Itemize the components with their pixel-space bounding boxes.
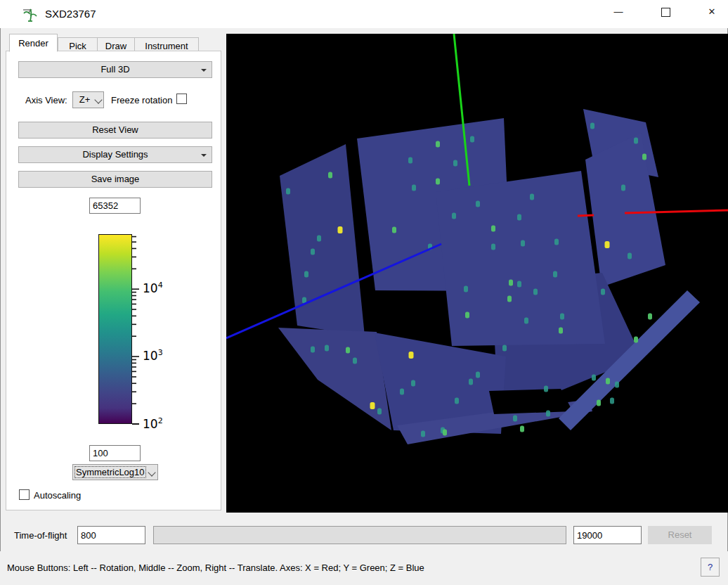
instrument-view-window: { "window": { "title": "SXD23767", "mini… — [0, 0, 728, 585]
tof-reset-label: Reset — [668, 529, 692, 540]
freeze-rotation-checkbox[interactable] — [176, 94, 187, 104]
save-image-label: Save image — [91, 174, 140, 184]
reset-view-button[interactable]: Reset View — [18, 122, 212, 139]
tab-render-label: Render — [18, 38, 48, 49]
tof-slider[interactable] — [153, 526, 566, 544]
colorbar-min-input[interactable] — [89, 445, 141, 461]
colorbar-label-1e2: 102 — [143, 416, 163, 431]
scale-type-value: SymmetricLog10 — [75, 467, 145, 477]
chevron-down-icon — [201, 154, 207, 160]
tab-draw-label: Draw — [105, 41, 126, 51]
colorbar[interactable] — [98, 234, 132, 424]
close-icon: ✕ — [708, 6, 716, 17]
scale-type-select[interactable]: SymmetricLog10 — [72, 464, 158, 480]
display-settings-label: Display Settings — [82, 149, 148, 160]
close-button[interactable]: ✕ — [696, 0, 728, 24]
status-bar: Mouse Buttons: Left -- Rotation, Middle … — [0, 551, 728, 585]
save-image-button[interactable]: Save image — [18, 171, 212, 188]
instrument-3d-scene — [226, 34, 728, 513]
tof-max-input[interactable] — [573, 526, 642, 544]
tof-label: Time-of-flight — [14, 530, 67, 541]
chevron-down-icon — [201, 69, 207, 75]
maximize-button[interactable] — [649, 0, 682, 24]
mantid-logo-icon — [22, 6, 39, 23]
window-title: SXD23767 — [45, 8, 96, 20]
colorbar-max-input[interactable] — [89, 198, 141, 214]
tab-draw[interactable]: Draw — [97, 37, 135, 52]
axis-view-label: Axis View: — [25, 95, 67, 105]
autoscaling-checkbox[interactable] — [19, 489, 30, 500]
tab-instrument-label: Instrument — [145, 41, 188, 51]
minimize-icon: — — [614, 6, 623, 17]
tab-render[interactable]: Render — [9, 34, 58, 52]
tof-min-input[interactable] — [77, 526, 145, 544]
help-button[interactable]: ? — [701, 558, 720, 577]
colorbar-label-1e3: 103 — [143, 348, 163, 363]
maximize-icon — [661, 8, 670, 17]
reset-view-label: Reset View — [92, 124, 138, 135]
display-settings-dropdown[interactable]: Display Settings — [18, 146, 212, 163]
projection-value: Full 3D — [100, 64, 129, 75]
tab-pick-label: Pick — [69, 41, 86, 51]
freeze-rotation-label: Freeze rotation — [111, 95, 172, 105]
chevron-down-icon — [94, 96, 102, 103]
tof-reset-button[interactable]: Reset — [648, 526, 712, 544]
autoscaling-label: Autoscaling — [34, 490, 81, 501]
chevron-down-icon — [148, 468, 155, 476]
axis-view-value: Z+ — [79, 94, 91, 105]
help-icon: ? — [708, 562, 713, 572]
tab-pick[interactable]: Pick — [58, 37, 98, 52]
colorbar-ticks — [132, 232, 160, 429]
colorbar-label-1e4: 104 — [143, 281, 163, 295]
status-message: Mouse Buttons: Left -- Rotation, Middle … — [7, 562, 424, 573]
projection-dropdown[interactable]: Full 3D — [18, 61, 212, 78]
3d-view[interactable] — [226, 34, 728, 513]
minimize-button[interactable]: — — [602, 0, 635, 24]
tab-instrument[interactable]: Instrument — [134, 37, 199, 52]
title-bar: SXD23767 — ✕ — [0, 0, 728, 28]
axis-view-select[interactable]: Z+ — [72, 91, 104, 108]
